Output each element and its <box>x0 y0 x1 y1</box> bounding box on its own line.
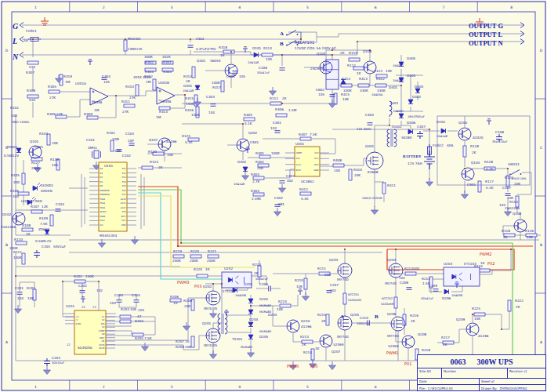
junction-dot <box>115 95 117 96</box>
component-label: 4 <box>238 385 241 389</box>
component-label: 1K <box>220 53 225 57</box>
component-label: R306 <box>47 112 56 116</box>
component-label: 100K <box>212 81 220 85</box>
resistor <box>276 114 287 117</box>
component-label: D404 <box>407 74 416 78</box>
component-label: 5 <box>306 385 309 389</box>
component-label: Q204 <box>387 258 397 262</box>
component-label: 105 <box>318 93 324 96</box>
component-label: 510 <box>29 65 35 69</box>
component-label: S2369 <box>388 344 399 348</box>
component-label: 10K <box>27 296 34 300</box>
component-label: 200K <box>31 166 40 170</box>
junction-dot <box>250 305 252 307</box>
component-label: R206 <box>170 295 179 299</box>
component-label: 402K <box>162 55 171 59</box>
component-label: C202 <box>78 284 87 288</box>
component-label: L401 <box>390 101 399 105</box>
component-label: C945 <box>250 140 259 144</box>
junction-dot <box>221 283 223 285</box>
component-label: P14 <box>122 181 126 183</box>
component-label: R117 <box>485 180 494 183</box>
resistor <box>358 84 369 87</box>
component-label: R222 <box>515 299 523 303</box>
component-label: C945 <box>34 145 43 149</box>
component-label: R108 <box>22 223 31 227</box>
component-label: 1N4007 <box>393 79 404 82</box>
component-label: A122 <box>121 207 126 209</box>
component-label: INT1 <box>121 216 126 218</box>
component-label: C102 <box>122 154 131 158</box>
component-label: PWM0 <box>287 364 299 368</box>
component-label: R106 <box>10 189 19 193</box>
component-label: 27K <box>56 112 63 116</box>
component-label: Q101 <box>30 140 39 143</box>
component-label: ZD601 <box>6 145 17 149</box>
component-label: 4 <box>238 5 241 9</box>
component-label: P11 <box>122 168 126 170</box>
component-label: IRF740 <box>385 281 397 285</box>
component-label: 12K <box>42 205 48 209</box>
component-label: A120 <box>121 198 126 201</box>
component-label: 50V1uF <box>53 245 67 249</box>
component-label: LED002 <box>21 199 34 203</box>
component-label: 5A50ohM <box>348 299 361 302</box>
component-label: SE280 <box>401 136 412 140</box>
component-label: +V <box>76 316 79 318</box>
component-label: NTC201 <box>348 293 359 296</box>
junction-dot <box>242 123 244 125</box>
component-label: U101 <box>104 164 113 168</box>
component-label: DMONTM <box>100 190 110 192</box>
component-label: 20K <box>354 173 360 177</box>
resistor <box>463 146 466 157</box>
sheet-title: 300W UPS <box>476 358 513 366</box>
component-label: D101 <box>252 46 262 50</box>
component-label: 2K <box>443 343 447 347</box>
component-label: SD <box>102 333 105 336</box>
component-label: R113 <box>263 46 272 50</box>
component-label: 2K <box>516 305 520 309</box>
component-label: 2K <box>26 232 31 236</box>
switch-contact <box>286 45 288 46</box>
junction-dot <box>464 168 465 169</box>
junction-dot <box>98 281 100 282</box>
component-label: 5.1K <box>301 197 309 201</box>
component-label: R402 <box>255 160 264 164</box>
component-label: OSPA <box>100 216 106 218</box>
component-label: R408 <box>333 158 342 162</box>
component-label: M34513E4 <box>100 234 118 238</box>
resistor <box>478 181 481 192</box>
component-label: R302 <box>145 60 154 64</box>
resistor <box>120 320 131 323</box>
junction-dot <box>184 94 186 96</box>
component-label: R101 <box>107 131 115 135</box>
resistor <box>253 193 264 196</box>
component-label: SW101 <box>508 162 520 166</box>
component-label: FUSE1 <box>26 29 37 33</box>
component-label: 2K <box>186 79 190 83</box>
component-label: 35V/220uF <box>492 140 507 143</box>
component-label: 7.5K <box>144 336 152 340</box>
component-label: 102 <box>330 289 336 292</box>
resistor <box>153 79 156 90</box>
component-label: Q202 <box>203 285 212 289</box>
component-label: P13 <box>122 176 126 179</box>
component-label: R221 <box>208 249 216 253</box>
component-label: C208 <box>400 281 408 285</box>
component-label: 15 <box>82 306 85 309</box>
component-label: OBO 1206A <box>12 120 29 124</box>
component-label: 3 <box>170 385 172 389</box>
component-label: 200K <box>207 259 216 263</box>
component-label: R211 <box>317 267 326 270</box>
component-label: 300 <box>13 180 20 184</box>
component-label: N <box>12 53 19 61</box>
component-label: TD401 <box>390 125 402 129</box>
resistor <box>474 313 485 316</box>
component-label: OUTB <box>99 347 105 350</box>
component-label: Q206 <box>387 312 397 316</box>
component-label: 200K <box>190 259 198 263</box>
component-label: 100 <box>334 169 340 172</box>
resistor <box>49 90 60 93</box>
component-label: P03A <box>100 202 106 205</box>
junction-dot <box>331 54 333 56</box>
